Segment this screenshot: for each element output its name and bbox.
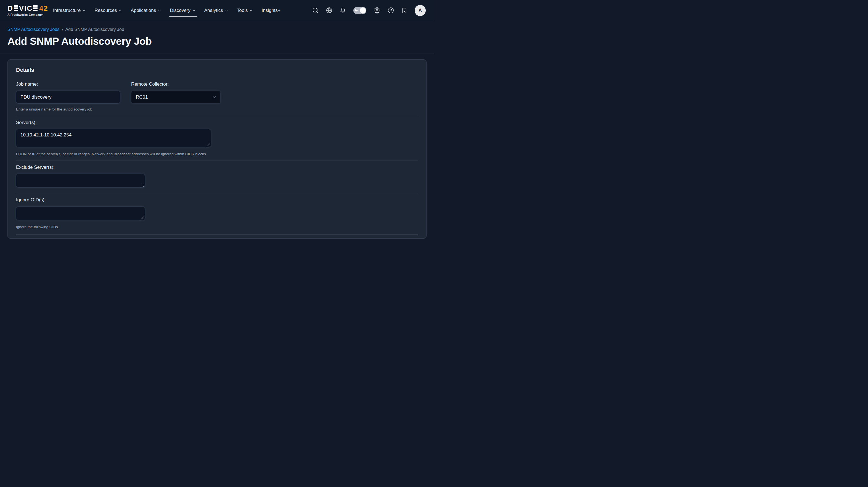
nav-item-insights[interactable]: Insights+ (261, 0, 280, 21)
logo-42: 42 (38, 5, 48, 12)
remote-collector-select[interactable]: RC01 (131, 91, 221, 104)
job-name-field-group: Job name: (16, 82, 120, 104)
remote-collector-field-group: Remote Collector: RC01 (131, 82, 221, 104)
toggle-knob (360, 7, 366, 13)
logo-letter-e-bars (14, 5, 18, 11)
bookmark-icon[interactable] (401, 7, 407, 13)
ignore-oids-helper: Ignore the following OIDs. (16, 225, 418, 229)
logo-letters-vic: VIC (19, 5, 33, 12)
chevron-down-icon (158, 9, 161, 12)
exclude-servers-textarea-wrap (16, 174, 145, 188)
theme-toggle[interactable] (353, 7, 366, 14)
logo-subtitle: A Freshworks Company (7, 13, 48, 16)
chevron-down-icon (118, 9, 122, 12)
breadcrumb: SNMP Autodiscovery Jobs › Add SNMP Autod… (7, 27, 427, 32)
servers-field-group: Server(s): 10.10.42.1-10.10.42.254 FQDN … (16, 120, 418, 156)
logo-wordmark: D VIC 42 (7, 5, 48, 12)
logo-letter-d: D (7, 5, 13, 12)
ignore-oids-field-group: Ignore OID(s): Ignore the following OIDs… (16, 197, 418, 229)
chevron-down-icon (249, 9, 253, 12)
device42-logo[interactable]: D VIC 42 A Freshworks Company (7, 5, 48, 16)
remote-collector-label: Remote Collector: (131, 82, 221, 87)
chevron-down-icon (82, 9, 86, 12)
ignore-oids-label: Ignore OID(s): (16, 197, 418, 203)
exclude-servers-label: Exclude Server(s): (16, 165, 418, 170)
search-icon[interactable] (312, 7, 319, 13)
nav-item-infrastructure[interactable]: Infrastructure (53, 0, 86, 21)
header-actions: A (312, 5, 426, 16)
section-divider (16, 234, 418, 235)
main-nav: Infrastructure Resources Applications Di… (53, 0, 280, 21)
job-name-input[interactable] (16, 91, 120, 104)
header-divider (0, 54, 434, 54)
section-divider (16, 116, 418, 116)
breadcrumb-current: Add SNMP Autodiscovery Job (65, 27, 124, 32)
job-name-helper: Enter a unique name for the autodiscover… (16, 107, 418, 111)
gear-icon[interactable] (374, 7, 380, 13)
breadcrumb-link-snmp-jobs[interactable]: SNMP Autodiscovery Jobs (7, 27, 59, 32)
nav-item-resources[interactable]: Resources (94, 0, 122, 21)
logo-letter-e-bars (33, 5, 37, 11)
chevron-down-icon (225, 9, 228, 12)
nav-item-applications[interactable]: Applications (131, 0, 161, 21)
breadcrumb-separator: › (62, 27, 63, 32)
page-title: Add SNMP Autodiscovery Job (7, 36, 427, 47)
exclude-servers-field-group: Exclude Server(s): (16, 165, 418, 189)
bell-icon[interactable] (340, 7, 346, 13)
job-name-label: Job name: (16, 82, 120, 87)
moon-icon (355, 8, 359, 12)
ignore-oids-textarea-wrap (16, 206, 145, 220)
exclude-servers-textarea[interactable] (16, 174, 145, 188)
servers-textarea[interactable]: 10.10.42.1-10.10.42.254 (16, 129, 211, 147)
servers-label: Server(s): (16, 120, 418, 125)
nav-item-analytics[interactable]: Analytics (204, 0, 228, 21)
chevron-down-icon (192, 9, 196, 12)
avatar-letter: A (418, 8, 422, 13)
servers-helper: FQDN or IP of the server(s) or cidr or r… (16, 152, 418, 156)
details-panel: Details Job name: Remote Collector: RC01… (7, 59, 427, 239)
remote-collector-selected-value: RC01 (136, 94, 148, 100)
top-nav-bar: D VIC 42 A Freshworks Company Infrastruc… (0, 0, 434, 21)
nav-item-tools[interactable]: Tools (237, 0, 253, 21)
globe-icon[interactable] (326, 7, 332, 13)
help-icon[interactable] (388, 7, 394, 13)
job-name-remote-collector-row: Job name: Remote Collector: RC01 (16, 82, 418, 104)
avatar[interactable]: A (415, 5, 426, 16)
section-divider (16, 161, 418, 161)
ignore-oids-textarea[interactable] (16, 206, 145, 220)
chevron-down-icon (212, 95, 217, 99)
nav-item-discovery[interactable]: Discovery (170, 0, 196, 21)
servers-textarea-wrap: 10.10.42.1-10.10.42.254 (16, 129, 211, 147)
details-section-title: Details (16, 67, 418, 73)
